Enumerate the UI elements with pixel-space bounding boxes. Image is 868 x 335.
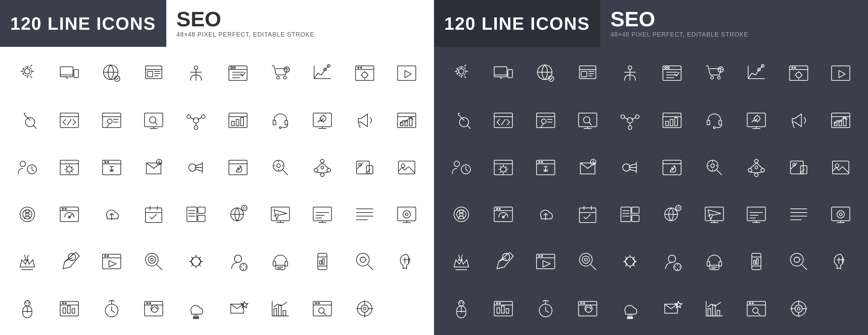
icon-settings-gear: [49, 145, 90, 190]
svg-line-46: [33, 125, 36, 128]
icon-browser-settings: [302, 191, 343, 237]
svg-point-330: [621, 115, 625, 119]
svg-point-200: [235, 255, 242, 263]
svg-point-137: [62, 208, 64, 210]
icon-video-player: [387, 50, 428, 96]
dark-icon-person-clock: [441, 145, 482, 190]
svg-line-59: [155, 122, 157, 125]
icon-browser-list: [218, 50, 259, 96]
svg-point-269: [459, 69, 464, 74]
svg-rect-150: [198, 207, 205, 214]
svg-point-177: [405, 213, 408, 216]
svg-line-111: [282, 170, 288, 175]
svg-point-96: [107, 161, 109, 163]
svg-point-400: [454, 207, 468, 222]
svg-point-445: [837, 211, 844, 218]
svg-rect-279: [582, 71, 587, 77]
dark-icon-crown-key: [441, 239, 482, 284]
svg-point-361: [501, 166, 506, 172]
svg-point-532: [795, 305, 802, 312]
svg-point-263: [361, 305, 368, 312]
dark-icon-cloud-upload: [525, 191, 566, 237]
svg-line-196: [191, 257, 193, 258]
svg-rect-142: [145, 208, 162, 223]
main-title: 120 LINE ICONS: [10, 13, 156, 34]
svg-point-23: [277, 76, 279, 79]
dark-icon-target-search: [568, 239, 608, 284]
svg-line-466: [633, 265, 634, 266]
svg-rect-3: [74, 69, 79, 78]
svg-rect-484: [756, 259, 758, 264]
svg-point-92: [67, 166, 72, 172]
svg-rect-146: [187, 207, 197, 222]
icon-code-browser: [49, 97, 90, 143]
icon-clock-hand: [91, 286, 132, 332]
svg-point-293: [717, 76, 720, 79]
dark-icon-chart-mobile: [736, 239, 777, 284]
dark-icon-person-settings: [652, 239, 693, 284]
svg-rect-215: [322, 259, 324, 264]
svg-point-18: [231, 67, 233, 68]
svg-point-0: [25, 69, 30, 74]
dark-pixel-label: 48×48 PIXEL PERFECT, EDITABLE STROKE: [611, 31, 748, 38]
svg-line-315: [467, 125, 470, 128]
svg-point-52: [108, 119, 112, 123]
svg-point-37: [360, 67, 362, 68]
svg-point-306: [794, 67, 796, 68]
dark-title-box: 120 LINE ICONS: [434, 0, 600, 47]
svg-rect-255: [283, 310, 286, 316]
dark-icon-clock-hand: [525, 286, 566, 332]
svg-point-287: [665, 67, 667, 68]
svg-rect-324: [579, 113, 597, 126]
svg-point-364: [538, 161, 540, 163]
icon-seo-settings: [7, 50, 48, 96]
icon-crown-key: [7, 239, 48, 284]
svg-rect-312: [832, 66, 850, 81]
dark-header: 120 LINE ICONS SEO 48×48 PIXEL PERFECT, …: [434, 0, 868, 47]
dark-icon-headset: [694, 97, 735, 143]
dark-icon-location-search: [525, 97, 566, 143]
svg-point-399: [835, 164, 839, 168]
dark-icon-dollar-mouse: [441, 286, 482, 332]
icon-anchor: [176, 50, 216, 96]
svg-line-373: [629, 164, 636, 165]
icon-monitor-search: [134, 97, 174, 143]
svg-point-329: [627, 118, 633, 123]
svg-line-104: [195, 164, 202, 165]
icon-keyword-search: [7, 97, 48, 143]
svg-point-14: [194, 66, 198, 70]
svg-point-74: [279, 126, 281, 128]
svg-rect-129: [398, 161, 415, 174]
dark-seo-label: SEO: [611, 9, 748, 30]
svg-line-124: [322, 172, 329, 173]
svg-line-530: [757, 312, 760, 315]
svg-rect-338: [666, 121, 669, 125]
svg-point-233: [62, 303, 64, 304]
icon-target-person: [7, 191, 48, 237]
svg-rect-72: [273, 120, 276, 125]
icon-magnifier-search: [344, 239, 385, 284]
svg-point-387: [748, 168, 752, 172]
icon-info-download: [91, 145, 132, 190]
svg-point-63: [194, 126, 198, 130]
pixel-label: 48×48 PIXEL PERFECT, EDITABLE STROKE: [177, 31, 314, 38]
svg-rect-442: [832, 207, 850, 221]
svg-point-189: [151, 258, 153, 261]
svg-point-153: [242, 205, 247, 211]
svg-point-138: [65, 208, 67, 210]
svg-point-184: [104, 255, 106, 257]
icon-browser-search-pin: [302, 286, 343, 332]
svg-point-457: [582, 256, 589, 263]
dark-icon-info-download: [525, 145, 566, 190]
light-icons-grid: [0, 47, 434, 335]
svg-line-121: [316, 163, 323, 168]
dark-icon-keyword-rank: [610, 145, 650, 190]
icon-monitor-graph: [302, 97, 343, 143]
svg-line-261: [323, 312, 326, 315]
svg-rect-71: [241, 118, 243, 126]
subtitle-box: SEO 48×48 PIXEL PERFECT, EDITABLE STROKE: [166, 0, 325, 47]
dark-icon-email-notification: [568, 145, 608, 190]
svg-point-185: [107, 255, 109, 257]
dark-icon-settings-network: [610, 97, 650, 143]
dark-icon-text-list: [778, 191, 819, 237]
